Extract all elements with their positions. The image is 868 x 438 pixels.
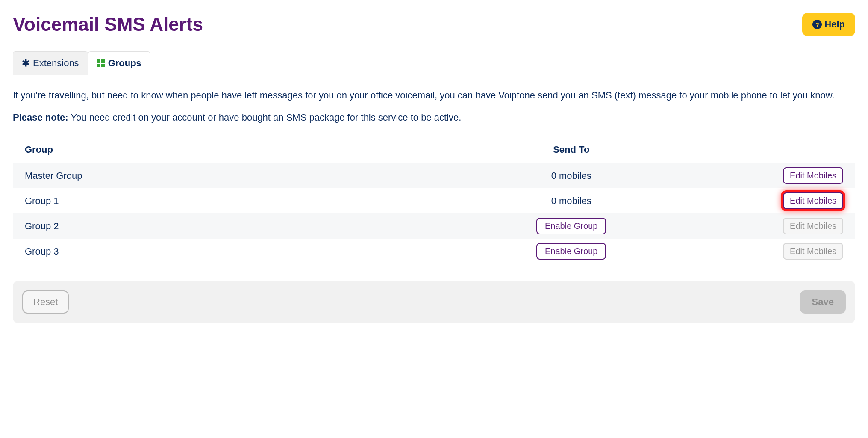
- note-body: You need credit on your account or have …: [68, 112, 462, 123]
- note-label: Please note:: [13, 112, 68, 123]
- enable-group-button[interactable]: Enable Group: [536, 243, 606, 260]
- sendto-cell: Enable Group: [389, 243, 754, 260]
- tab-groups-label: Groups: [108, 58, 141, 69]
- table-header: Group Send To: [13, 140, 855, 163]
- groups-table: Group Send To Master Group0 mobilesEdit …: [13, 140, 855, 264]
- sendto-cell: Enable Group: [389, 218, 754, 234]
- footer-bar: Reset Save: [13, 281, 855, 323]
- save-button[interactable]: Save: [800, 290, 846, 314]
- intro-text: If you're travelling, but need to know w…: [13, 88, 855, 103]
- group-name: Master Group: [25, 170, 389, 181]
- sendto-cell: 0 mobiles: [389, 195, 754, 207]
- reset-button[interactable]: Reset: [22, 290, 69, 314]
- enable-group-button[interactable]: Enable Group: [536, 218, 606, 234]
- table-row: Master Group0 mobilesEdit Mobiles: [13, 163, 855, 188]
- tabs-bar: ✱ Extensions Groups: [13, 51, 855, 75]
- action-cell: Edit Mobiles: [753, 218, 843, 234]
- edit-mobiles-button[interactable]: Edit Mobiles: [783, 167, 843, 184]
- grid-icon: [97, 59, 105, 67]
- group-name: Group 2: [25, 221, 389, 232]
- note-text: Please note: You need credit on your acc…: [13, 110, 855, 125]
- action-cell: Edit Mobiles: [753, 192, 843, 209]
- asterisk-icon: ✱: [22, 58, 29, 69]
- col-header-sendto: Send To: [389, 144, 754, 155]
- action-cell: Edit Mobiles: [753, 167, 843, 184]
- page-title: Voicemail SMS Alerts: [13, 14, 203, 35]
- page-header: Voicemail SMS Alerts ? Help: [13, 13, 855, 36]
- sendto-cell: 0 mobiles: [389, 170, 754, 181]
- table-row: Group 3Enable GroupEdit Mobiles: [13, 239, 855, 264]
- help-button[interactable]: ? Help: [802, 13, 855, 36]
- tab-groups[interactable]: Groups: [88, 51, 150, 75]
- edit-mobiles-button[interactable]: Edit Mobiles: [783, 192, 843, 209]
- action-cell: Edit Mobiles: [753, 243, 843, 260]
- col-header-group: Group: [25, 144, 389, 155]
- help-label: Help: [824, 19, 845, 30]
- edit-mobiles-button: Edit Mobiles: [783, 218, 843, 234]
- tab-extensions[interactable]: ✱ Extensions: [13, 51, 88, 75]
- table-row: Group 2Enable GroupEdit Mobiles: [13, 213, 855, 239]
- group-name: Group 3: [25, 246, 389, 257]
- group-name: Group 1: [25, 195, 389, 207]
- help-icon: ?: [812, 20, 822, 29]
- table-row: Group 10 mobilesEdit Mobiles: [13, 188, 855, 213]
- tab-extensions-label: Extensions: [33, 58, 79, 69]
- edit-mobiles-button: Edit Mobiles: [783, 243, 843, 260]
